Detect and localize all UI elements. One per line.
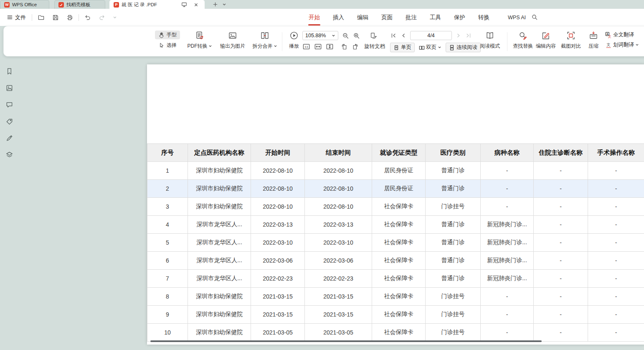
tab-docer[interactable]: 找稻壳模板 (54, 0, 105, 9)
table-cell: 2022-02-23 (305, 270, 372, 288)
undo-icon[interactable] (82, 14, 93, 21)
layers-icon[interactable] (4, 150, 14, 160)
rotate-left-icon[interactable] (341, 43, 348, 50)
table-cell: 2022-03-13 (305, 216, 372, 234)
table-cell: 7 (147, 270, 188, 288)
table-cell: 2022-08-10 (251, 162, 305, 180)
page-indicator: 4/4 (427, 33, 434, 38)
fit-page-icon[interactable] (326, 43, 334, 51)
menu-tab-4[interactable]: 页面 (381, 9, 393, 26)
rotate-doc-label[interactable]: 旋转文档 (364, 43, 385, 50)
zoom-out-icon[interactable] (342, 32, 349, 39)
split-merge-button[interactable]: 拆分合并 (249, 31, 280, 50)
table-row: 1深圳市妇幼保健院2022-08-102022-08-10居民身份证普通门诊--… (147, 162, 644, 180)
comment-icon[interactable] (4, 100, 14, 110)
play-button[interactable]: 播放 (284, 31, 304, 50)
table-cell: 2022-08-10 (251, 198, 305, 216)
first-page-icon[interactable] (390, 32, 397, 39)
find-replace-icon (518, 31, 527, 40)
file-menu-button[interactable]: 文件 (4, 14, 28, 21)
table-cell: 普通门诊 (426, 234, 481, 252)
hand-tool-button[interactable]: 手型 (155, 31, 180, 39)
screenshot-compare-button[interactable]: 截图对比 (558, 31, 584, 50)
last-page-icon[interactable] (465, 32, 472, 39)
page-number-input[interactable]: 4/4 (410, 31, 452, 40)
horizontal-scrollbar[interactable] (150, 340, 542, 342)
continuous-read-button[interactable]: 连续阅读 (446, 43, 481, 52)
menu-tab-7[interactable]: 保护 (454, 9, 466, 26)
menu-tab-3[interactable]: 编辑 (357, 9, 369, 26)
menu-tab-6[interactable]: 工具 (429, 9, 441, 26)
fit-width-icon[interactable] (314, 43, 322, 51)
tab-close-icon[interactable] (191, 3, 200, 7)
actual-size-icon[interactable]: 1:1 (302, 43, 310, 51)
tab-document[interactable]: P 就 医 记 录 .PDF (109, 0, 205, 9)
tab-wps-home[interactable]: W WPS Office (0, 0, 49, 9)
table-cell: 深圳市龙华区人... (188, 252, 251, 270)
redo-icon[interactable] (96, 14, 107, 21)
table-cell: 8 (147, 288, 188, 306)
table-cell: 新冠肺炎门诊... (481, 216, 534, 234)
table-cell: 社会保障卡 (372, 324, 426, 342)
table-cell: 社会保障卡 (372, 270, 426, 288)
screenshot-compare-label: 截图对比 (561, 43, 581, 50)
tab-list-chevron-icon[interactable] (220, 0, 229, 9)
hand-tool-label: 手型 (167, 31, 177, 38)
zoom-in-icon[interactable] (353, 32, 360, 39)
table-cell: 深圳市龙华区人... (188, 270, 251, 288)
table-cell: - (588, 252, 644, 270)
table-row: 8深圳市妇幼保健院2021-03-152021-03-15社会保障卡门诊挂号--… (147, 288, 644, 306)
edit-content-button[interactable]: 编辑内容 (533, 31, 559, 50)
attachment-icon[interactable] (4, 116, 14, 126)
print-icon[interactable] (64, 14, 75, 21)
word-translate-button[interactable]: 划词翻译 (605, 41, 639, 49)
bookmark-icon[interactable] (4, 66, 14, 76)
rotate-right-icon[interactable] (352, 43, 359, 50)
table-cell: - (534, 288, 588, 306)
compress-icon (589, 31, 598, 40)
select-tool-button[interactable]: 选择 (155, 41, 180, 50)
compress-button[interactable]: 压缩 (584, 31, 603, 50)
table-cell: 普通门诊 (426, 180, 481, 198)
pointer-mode-group: 手型 选择 (155, 31, 180, 50)
export-image-button[interactable]: 输出为图片 (217, 31, 248, 50)
save-icon[interactable] (50, 14, 61, 21)
menu-tab-1[interactable]: 开始 (308, 9, 320, 26)
table-cell: 社会保障卡 (372, 216, 426, 234)
tab-device-icon[interactable] (180, 2, 189, 8)
search-icon[interactable] (531, 14, 538, 20)
table-header-row: 序号定点医药机构名称开始时间结束时间就诊凭证类型医疗类别病种名称住院主诊断名称手… (147, 144, 644, 162)
thumbnail-icon[interactable] (4, 83, 14, 93)
single-page-icon (393, 45, 399, 51)
tab-wps-home-label: WPS Office (12, 2, 37, 7)
table-cell: 新冠肺炎门诊... (481, 270, 534, 288)
single-page-button[interactable]: 单页 (390, 43, 415, 52)
find-replace-button[interactable]: 查找替换 (510, 31, 536, 50)
page-turn-icon[interactable] (370, 32, 377, 39)
column-header: 就诊凭证类型 (372, 144, 426, 162)
new-tab-button[interactable] (210, 0, 220, 9)
translate-group: 全文翻译 划词翻译 (605, 31, 639, 49)
column-header: 病种名称 (481, 144, 534, 162)
table-cell: - (588, 270, 644, 288)
menu-tab-2[interactable]: 插入 (332, 9, 345, 26)
prev-page-icon[interactable] (400, 32, 407, 39)
pdf-convert-button[interactable]: PDF转换 (184, 31, 215, 50)
next-page-icon[interactable] (455, 32, 462, 39)
table-cell: - (534, 216, 588, 234)
table-cell: 2022-03-10 (305, 234, 372, 252)
signature-icon[interactable] (4, 133, 14, 143)
double-page-button[interactable]: 双页 (419, 44, 441, 51)
table-cell: 2021-03-05 (251, 324, 305, 342)
wps-ai-button[interactable]: WPS AI (499, 9, 526, 26)
table-cell: 2022-03-06 (305, 252, 372, 270)
zoom-level-select[interactable]: 105.88% (302, 31, 338, 40)
read-mode-button[interactable]: 阅读模式 (477, 31, 503, 50)
table-cell: - (534, 180, 588, 198)
menu-tab-8[interactable]: 转换 (478, 9, 490, 26)
table-cell: - (481, 162, 534, 180)
menu-tab-5[interactable]: 批注 (405, 9, 417, 26)
undo-history-chevron-icon[interactable] (111, 15, 119, 20)
full-translate-button[interactable]: 全文翻译 (605, 31, 639, 38)
open-file-icon[interactable] (35, 14, 47, 21)
